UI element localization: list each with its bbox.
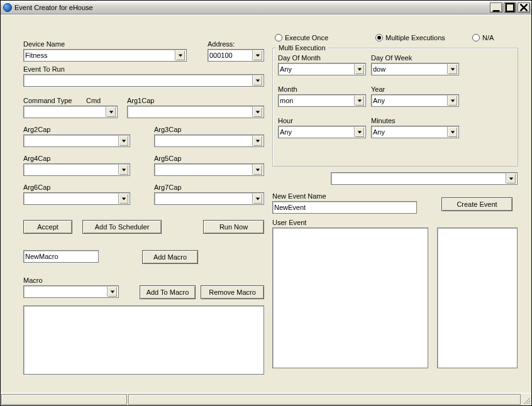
chevron-down-icon[interactable] [252, 136, 262, 146]
month-combo[interactable]: mon [278, 94, 366, 107]
chevron-down-icon[interactable] [175, 50, 185, 60]
add-to-macro-button[interactable]: Add To Macro [140, 285, 196, 299]
chevron-down-icon[interactable] [252, 194, 262, 204]
chevron-down-icon[interactable] [447, 64, 457, 74]
window: Event Creator for eHouse Execute Once Mu… [0, 0, 532, 406]
macro-listbox[interactable] [23, 305, 264, 375]
titlebar: Event Creator for eHouse [1, 1, 531, 14]
create-event-button[interactable]: Create Event [441, 197, 513, 211]
arg1-combo[interactable] [127, 106, 264, 118]
user-event-listbox[interactable] [272, 228, 428, 368]
macro-label: Macro [23, 277, 43, 284]
add-to-scheduler-button[interactable]: Add To Scheduler [82, 220, 162, 234]
chevron-down-icon[interactable] [447, 127, 457, 137]
add-macro-button[interactable]: Add Macro [142, 250, 198, 264]
minutes-combo[interactable]: Any [371, 126, 459, 138]
chevron-down-icon[interactable] [252, 165, 262, 175]
arg1-label: Arg1Cap [127, 97, 154, 104]
arg3-label: Arg3Cap [154, 126, 181, 133]
accept-button[interactable]: Accept [23, 220, 72, 234]
svg-marker-22 [509, 177, 513, 180]
svg-marker-11 [121, 168, 125, 171]
event-to-run-combo[interactable] [23, 74, 264, 87]
hour-value: Any [280, 128, 354, 136]
day-of-week-combo[interactable]: dow [371, 63, 459, 75]
svg-rect-1 [506, 3, 514, 11]
arg4-label: Arg4Cap [23, 155, 50, 162]
chevron-down-icon[interactable] [354, 96, 364, 106]
hour-label: Hour [278, 117, 293, 124]
chevron-down-icon[interactable] [106, 107, 116, 117]
day-of-month-combo[interactable]: Any [278, 63, 366, 75]
device-name-combo[interactable]: Fitness [23, 49, 187, 62]
chevron-down-icon[interactable] [118, 136, 128, 146]
day-of-month-label: Day Of Month [278, 54, 321, 62]
minimize-button[interactable] [490, 3, 502, 13]
chevron-down-icon[interactable] [252, 50, 262, 60]
chevron-down-icon[interactable] [354, 64, 364, 74]
svg-marker-6 [255, 79, 259, 82]
day-of-week-value: dow [373, 65, 447, 73]
chevron-down-icon[interactable] [252, 107, 262, 117]
macro-combo[interactable] [23, 285, 119, 298]
arg4-combo[interactable] [23, 163, 130, 176]
day-of-month-value: Any [280, 65, 354, 73]
arg6-label: Arg6Cap [23, 184, 50, 191]
new-macro-input[interactable] [23, 250, 99, 263]
window-title: Event Creator for eHouse [14, 4, 490, 11]
svg-marker-9 [121, 140, 125, 142]
extra-combo[interactable] [331, 172, 518, 185]
app-icon [3, 3, 12, 12]
run-now-button[interactable]: Run Now [203, 220, 264, 234]
chevron-down-icon[interactable] [252, 75, 262, 85]
radio-circle-icon [472, 34, 480, 41]
radio-na[interactable]: N/A [472, 34, 494, 41]
radio-execute-once[interactable]: Execute Once [275, 34, 328, 41]
command-type-label: Command Type [23, 97, 72, 104]
command-type-combo[interactable] [23, 106, 118, 118]
svg-marker-4 [178, 54, 182, 57]
radio-multiple-executions[interactable]: Multiple Executions [375, 34, 445, 41]
arg6-combo[interactable] [23, 192, 130, 205]
svg-marker-14 [255, 197, 259, 200]
svg-marker-16 [357, 68, 361, 70]
chevron-down-icon[interactable] [118, 165, 128, 175]
device-name-label: Device Name [23, 40, 65, 48]
secondary-listbox[interactable] [437, 228, 518, 368]
status-pane-2 [128, 394, 521, 405]
chevron-down-icon[interactable] [447, 96, 457, 106]
statusbar [1, 393, 531, 405]
svg-marker-21 [450, 131, 454, 133]
new-event-name-input[interactable] [272, 201, 417, 214]
minutes-label: Minutes [371, 117, 396, 124]
arg3-combo[interactable] [154, 134, 264, 147]
chevron-down-icon[interactable] [107, 287, 117, 297]
arg7-combo[interactable] [154, 192, 264, 205]
svg-marker-20 [357, 131, 361, 133]
device-name-value: Fitness [25, 52, 175, 59]
month-label: Month [278, 85, 297, 93]
close-button[interactable] [518, 3, 530, 13]
chevron-down-icon[interactable] [118, 194, 128, 204]
address-value: 000100 [209, 52, 252, 59]
cmd-label: Cmd [86, 97, 101, 104]
year-combo[interactable]: Any [371, 94, 459, 107]
status-pane-1 [1, 394, 127, 405]
month-value: mon [280, 97, 354, 104]
arg2-combo[interactable] [23, 134, 130, 147]
resize-grip-icon[interactable] [521, 393, 531, 405]
chevron-down-icon[interactable] [354, 127, 364, 137]
chevron-down-icon[interactable] [506, 173, 516, 184]
client-area: Execute Once Multiple Executions N/A Dev… [1, 14, 531, 393]
radio-label: Multiple Executions [385, 34, 445, 41]
svg-marker-5 [255, 54, 259, 57]
radio-label: Execute Once [285, 34, 328, 41]
arg5-combo[interactable] [154, 163, 264, 176]
remove-macro-button[interactable]: Remove Macro [201, 285, 264, 299]
address-combo[interactable]: 000100 [208, 49, 264, 62]
year-value: Any [373, 97, 447, 104]
svg-marker-19 [450, 99, 454, 102]
arg2-label: Arg2Cap [23, 126, 50, 133]
hour-combo[interactable]: Any [278, 126, 366, 138]
maximize-button[interactable] [504, 3, 516, 13]
